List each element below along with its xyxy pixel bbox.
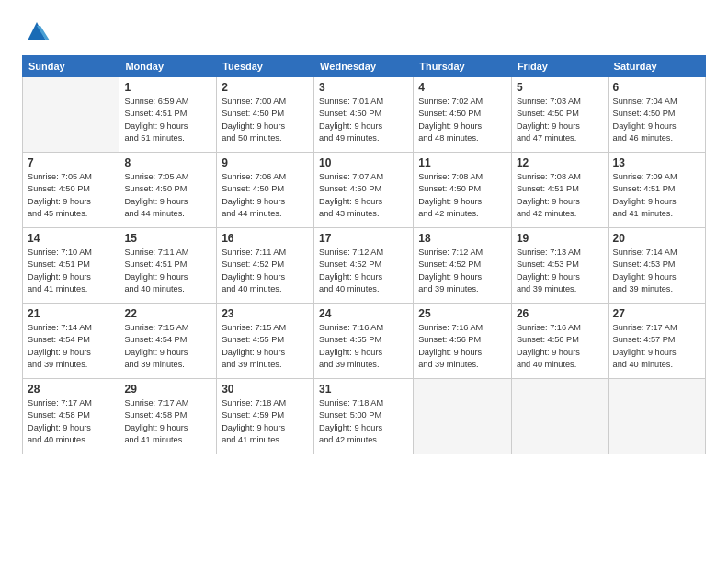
day-number: 31 [319,383,408,396]
day-cell: 10Sunrise: 7:07 AM Sunset: 4:50 PM Dayli… [314,153,414,228]
day-cell: 19Sunrise: 7:13 AM Sunset: 4:53 PM Dayli… [511,228,608,304]
day-cell: 9Sunrise: 7:06 AM Sunset: 4:50 PM Daylig… [217,153,314,228]
day-number: 17 [319,232,408,245]
day-info: Sunrise: 7:11 AM Sunset: 4:52 PM Dayligh… [222,247,309,295]
week-row-1: 1Sunrise: 6:59 AM Sunset: 4:51 PM Daylig… [23,77,706,153]
day-number: 24 [319,307,408,320]
day-cell: 2Sunrise: 7:00 AM Sunset: 4:50 PM Daylig… [217,77,314,153]
day-info: Sunrise: 7:18 AM Sunset: 5:00 PM Dayligh… [319,397,408,446]
col-header-friday: Friday [511,56,608,77]
day-cell [414,379,512,454]
day-number: 28 [28,383,114,396]
col-header-saturday: Saturday [608,56,705,77]
day-cell: 25Sunrise: 7:16 AM Sunset: 4:56 PM Dayli… [414,304,512,379]
day-number: 13 [613,156,700,169]
day-number: 12 [517,156,603,169]
day-number: 29 [124,383,211,396]
day-cell [511,379,608,454]
day-info: Sunrise: 7:15 AM Sunset: 4:54 PM Dayligh… [124,322,211,371]
day-cell: 29Sunrise: 7:17 AM Sunset: 4:58 PM Dayli… [119,379,217,454]
day-info: Sunrise: 7:09 AM Sunset: 4:51 PM Dayligh… [613,171,700,220]
col-header-wednesday: Wednesday [314,56,414,77]
day-number: 15 [124,232,211,245]
day-number: 7 [28,156,114,169]
day-number: 21 [28,307,114,320]
day-cell: 12Sunrise: 7:08 AM Sunset: 4:51 PM Dayli… [511,153,608,228]
day-info: Sunrise: 7:11 AM Sunset: 4:51 PM Dayligh… [124,247,211,295]
day-info: Sunrise: 7:13 AM Sunset: 4:53 PM Dayligh… [517,247,603,295]
day-cell [23,77,119,153]
day-number: 14 [28,232,114,245]
day-cell: 18Sunrise: 7:12 AM Sunset: 4:52 PM Dayli… [414,228,512,304]
day-cell: 4Sunrise: 7:02 AM Sunset: 4:50 PM Daylig… [414,77,512,153]
week-row-2: 7Sunrise: 7:05 AM Sunset: 4:50 PM Daylig… [23,153,706,228]
day-info: Sunrise: 7:10 AM Sunset: 4:51 PM Dayligh… [28,247,114,295]
day-number: 18 [418,232,506,245]
day-cell: 17Sunrise: 7:12 AM Sunset: 4:52 PM Dayli… [314,228,414,304]
day-info: Sunrise: 7:14 AM Sunset: 4:54 PM Dayligh… [28,322,114,371]
day-info: Sunrise: 7:01 AM Sunset: 4:50 PM Dayligh… [319,96,408,144]
day-info: Sunrise: 6:59 AM Sunset: 4:51 PM Dayligh… [124,96,211,144]
day-cell: 6Sunrise: 7:04 AM Sunset: 4:50 PM Daylig… [608,77,705,153]
col-header-sunday: Sunday [23,56,119,77]
day-cell: 24Sunrise: 7:16 AM Sunset: 4:55 PM Dayli… [314,304,414,379]
col-header-tuesday: Tuesday [217,56,314,77]
day-info: Sunrise: 7:05 AM Sunset: 4:50 PM Dayligh… [124,171,211,220]
day-info: Sunrise: 7:07 AM Sunset: 4:50 PM Dayligh… [319,171,408,220]
day-number: 23 [222,307,309,320]
day-info: Sunrise: 7:00 AM Sunset: 4:50 PM Dayligh… [222,96,309,144]
header [22,18,706,44]
day-number: 16 [222,232,309,245]
day-info: Sunrise: 7:03 AM Sunset: 4:50 PM Dayligh… [517,96,603,144]
day-cell: 26Sunrise: 7:16 AM Sunset: 4:56 PM Dayli… [511,304,608,379]
day-cell: 27Sunrise: 7:17 AM Sunset: 4:57 PM Dayli… [608,304,705,379]
calendar-table: SundayMondayTuesdayWednesdayThursdayFrid… [22,55,706,454]
day-cell: 7Sunrise: 7:05 AM Sunset: 4:50 PM Daylig… [23,153,119,228]
day-info: Sunrise: 7:04 AM Sunset: 4:50 PM Dayligh… [613,96,700,144]
col-header-monday: Monday [119,56,217,77]
day-number: 26 [517,307,603,320]
day-number: 1 [124,81,211,94]
day-cell: 5Sunrise: 7:03 AM Sunset: 4:50 PM Daylig… [511,77,608,153]
day-cell: 21Sunrise: 7:14 AM Sunset: 4:54 PM Dayli… [23,304,119,379]
day-info: Sunrise: 7:08 AM Sunset: 4:50 PM Dayligh… [418,171,506,220]
day-info: Sunrise: 7:12 AM Sunset: 4:52 PM Dayligh… [418,247,506,295]
week-row-4: 21Sunrise: 7:14 AM Sunset: 4:54 PM Dayli… [23,304,706,379]
day-info: Sunrise: 7:02 AM Sunset: 4:50 PM Dayligh… [418,96,506,144]
day-info: Sunrise: 7:16 AM Sunset: 4:56 PM Dayligh… [418,322,506,371]
day-info: Sunrise: 7:12 AM Sunset: 4:52 PM Dayligh… [319,247,408,295]
day-number: 3 [319,81,408,94]
day-info: Sunrise: 7:18 AM Sunset: 4:59 PM Dayligh… [222,397,309,446]
day-info: Sunrise: 7:17 AM Sunset: 4:58 PM Dayligh… [124,397,211,446]
logo [22,18,50,44]
day-number: 10 [319,156,408,169]
day-cell: 8Sunrise: 7:05 AM Sunset: 4:50 PM Daylig… [119,153,217,228]
day-number: 9 [222,156,309,169]
day-number: 20 [613,232,700,245]
logo-icon [24,18,50,44]
day-cell: 11Sunrise: 7:08 AM Sunset: 4:50 PM Dayli… [414,153,512,228]
day-info: Sunrise: 7:15 AM Sunset: 4:55 PM Dayligh… [222,322,309,371]
day-info: Sunrise: 7:16 AM Sunset: 4:56 PM Dayligh… [517,322,603,371]
day-cell: 31Sunrise: 7:18 AM Sunset: 5:00 PM Dayli… [314,379,414,454]
day-number: 19 [517,232,603,245]
day-cell: 15Sunrise: 7:11 AM Sunset: 4:51 PM Dayli… [119,228,217,304]
col-header-thursday: Thursday [414,56,512,77]
day-number: 30 [222,383,309,396]
day-info: Sunrise: 7:17 AM Sunset: 4:58 PM Dayligh… [28,397,114,446]
day-cell: 20Sunrise: 7:14 AM Sunset: 4:53 PM Dayli… [608,228,705,304]
day-number: 27 [613,307,700,320]
day-cell [608,379,705,454]
day-number: 5 [517,81,603,94]
day-info: Sunrise: 7:14 AM Sunset: 4:53 PM Dayligh… [613,247,700,295]
day-number: 11 [418,156,506,169]
week-row-3: 14Sunrise: 7:10 AM Sunset: 4:51 PM Dayli… [23,228,706,304]
page: SundayMondayTuesdayWednesdayThursdayFrid… [0,0,728,563]
day-cell: 3Sunrise: 7:01 AM Sunset: 4:50 PM Daylig… [314,77,414,153]
day-number: 25 [418,307,506,320]
day-cell: 13Sunrise: 7:09 AM Sunset: 4:51 PM Dayli… [608,153,705,228]
day-cell: 23Sunrise: 7:15 AM Sunset: 4:55 PM Dayli… [217,304,314,379]
day-number: 4 [418,81,506,94]
week-row-5: 28Sunrise: 7:17 AM Sunset: 4:58 PM Dayli… [23,379,706,454]
day-info: Sunrise: 7:06 AM Sunset: 4:50 PM Dayligh… [222,171,309,220]
